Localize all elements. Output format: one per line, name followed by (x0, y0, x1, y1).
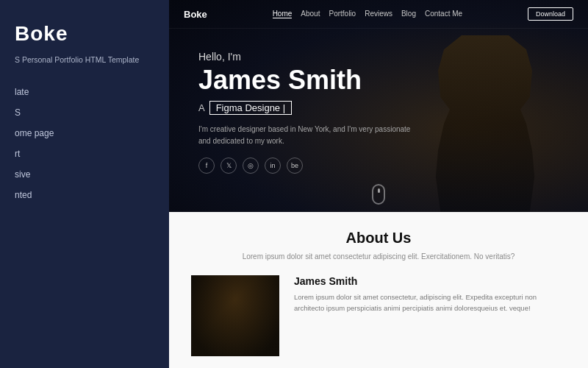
hero-role-a: A (198, 102, 205, 113)
sidebar-subtitle: S Personal Portfolio HTML Template (15, 54, 154, 66)
social-instagram-icon[interactable]: ◎ (243, 158, 259, 174)
nav-link-reviews[interactable]: Reviews (365, 10, 392, 18)
sidebar: Boke S Personal Portfolio HTML Template … (0, 0, 169, 368)
hero-description: I'm creative designer based in New York,… (198, 124, 419, 147)
social-twitter-icon[interactable]: 𝕏 (220, 158, 237, 174)
main-content: Boke Home About Portfolio Reviews Blog C… (169, 0, 588, 368)
nav-link-portfolio[interactable]: Portfolio (329, 10, 356, 18)
about-body: James Smith Lorem ipsum dolor sit amet c… (191, 275, 566, 356)
social-behance-icon[interactable]: be (287, 158, 303, 174)
social-facebook-icon[interactable]: f (198, 158, 215, 174)
hero-role-title: Figma Designe | (209, 101, 292, 115)
navbar: Boke Home About Portfolio Reviews Blog C… (169, 0, 588, 29)
sidebar-item-5[interactable]: sive (15, 167, 154, 182)
hero-name: James Smith (198, 66, 559, 95)
hero-content: Hello, I'm James Smith A Figma Designe |… (169, 29, 588, 212)
nav-links: Home About Portfolio Reviews Blog Contac… (273, 10, 462, 18)
about-title: About Us (191, 230, 566, 247)
hero-greeting: Hello, I'm (198, 51, 559, 63)
sidebar-item-3[interactable]: ome page (15, 126, 154, 141)
social-icons: f 𝕏 ◎ in be (198, 158, 559, 174)
sidebar-item-4[interactable]: rt (15, 146, 154, 161)
about-person-name: James Smith (294, 275, 566, 287)
social-linkedin-icon[interactable]: in (265, 158, 281, 174)
sidebar-title: Boke (15, 22, 154, 46)
about-image-overlay (191, 275, 279, 356)
hero-section: Boke Home About Portfolio Reviews Blog C… (169, 0, 588, 212)
sidebar-item-6[interactable]: nted (15, 188, 154, 202)
about-image (191, 275, 279, 356)
about-person-description: Lorem ipsum dolor sit amet consectetur, … (294, 291, 566, 314)
nav-link-about[interactable]: About (301, 10, 320, 18)
sidebar-item-2[interactable]: S (15, 105, 154, 120)
about-intro: Lorem ipsum dolor sit amet consectetur a… (243, 251, 515, 262)
sidebar-item-1[interactable]: late (15, 85, 154, 99)
hero-role: A Figma Designe | (198, 101, 559, 115)
about-section: About Us Lorem ipsum dolor sit amet cons… (169, 212, 588, 368)
about-text-block: James Smith Lorem ipsum dolor sit amet c… (294, 275, 566, 356)
nav-link-blog[interactable]: Blog (401, 10, 416, 18)
nav-link-home[interactable]: Home (273, 10, 293, 18)
download-button[interactable]: Download (528, 7, 573, 21)
nav-link-contact[interactable]: Contact Me (425, 10, 462, 18)
nav-logo: Boke (184, 9, 207, 20)
